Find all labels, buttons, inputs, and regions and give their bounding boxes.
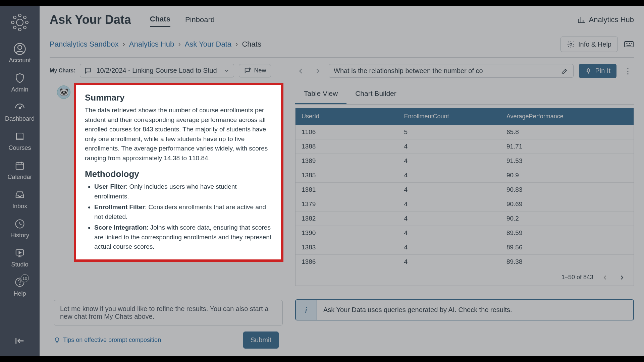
keyboard-icon[interactable] [624,40,634,48]
help-badge: 10 [21,274,29,282]
more-menu-button[interactable]: ⋮ [622,66,634,76]
table-row[interactable]: 1389491.53 [296,154,634,168]
table-row[interactable]: 1379490.69 [296,197,634,211]
table-row[interactable]: 1385490.9 [296,168,634,182]
user-circle-icon [14,43,26,55]
tab-chats[interactable]: Chats [150,12,170,27]
table-cell: 4 [398,226,500,240]
chat-bubble-icon [84,67,92,74]
nav-courses[interactable]: Courses [0,126,40,156]
results-panel: Pin It ⋮ Table View Chart Builder UserId… [289,58,634,356]
table-cell: 4 [398,139,500,154]
pager-prev-button[interactable] [600,275,610,281]
table-row[interactable]: 1381490.83 [296,182,634,197]
tab-table-view[interactable]: Table View [295,84,346,104]
nav-account[interactable]: Account [0,39,40,68]
table-cell: 89.59 [500,226,634,240]
nav-label: History [10,232,29,239]
nav-label: Calendar [7,174,32,181]
next-question-button[interactable] [312,65,323,77]
breadcrumb-item[interactable]: Pandalytics Sandbox [50,40,118,49]
selected-chat-title: 10/2/2024 - Linking Course Load to Stud [96,67,219,74]
table-cell: 4 [398,154,500,168]
column-header[interactable]: EnrollmentCount [398,108,500,125]
table-cell: 1386 [296,255,398,269]
pin-it-button[interactable]: Pin It [579,64,616,78]
svg-point-0 [16,19,23,26]
nav-studio[interactable]: Studio [0,243,40,272]
methodology-item: User Filter: Only includes users who hav… [94,182,272,201]
column-header[interactable]: UserId [296,108,398,125]
nav-label: Dashboard [5,115,35,122]
new-chat-label: New [254,67,266,74]
table-row[interactable]: 1388491.71 [296,139,634,154]
methodology-item: Score Integration: Joins with score data… [94,223,272,252]
nav-label: Admin [11,86,28,93]
nav-admin[interactable]: Admin [0,68,40,97]
analytics-hub-link[interactable]: Analytics Hub [577,15,634,24]
table-cell: 89.38 [500,255,634,269]
table-cell: 90.69 [500,197,634,211]
pin-it-label: Pin It [595,67,610,75]
nav-label: Account [9,57,31,64]
table-row[interactable]: 1383489.56 [296,240,634,254]
table-cell: 90.9 [500,168,634,182]
table-row[interactable]: 1106565.8 [296,125,634,139]
table-cell: 1390 [296,226,398,240]
methodology-item: Enrollment Filter: Considers enrollments… [94,202,272,222]
followup-textarea[interactable]: Let me know if you would like to refine … [54,300,283,325]
nav-label: Inbox [12,203,27,210]
svg-point-11 [19,108,20,109]
table-row[interactable]: 1386489.38 [296,254,634,269]
collapse-nav-button[interactable] [14,335,25,347]
calendar-icon [15,160,25,172]
pager-next-button[interactable] [617,275,627,281]
nav-history[interactable]: History [0,214,40,243]
summary-heading: Summary [85,93,272,103]
tab-chart-builder[interactable]: Chart Builder [346,84,405,104]
lightbulb-icon [54,337,60,344]
clock-icon [15,218,25,230]
chat-panel: My Chats: 10/2/2024 - Linking Course Loa… [50,58,289,356]
table-row[interactable]: 1390489.59 [296,226,634,240]
table-cell: 1388 [296,139,398,154]
table-cell: 91.53 [500,154,634,168]
column-header[interactable]: AveragePerformance [500,108,634,125]
breadcrumb-item[interactable]: Analytics Hub [129,40,174,49]
question-input[interactable] [334,67,558,75]
table-cell: 90.83 [500,183,634,197]
app-title: Ask Your Data [50,13,131,27]
summary-text: The data retrieved shows the number of c… [85,106,272,163]
global-nav-sidebar: Account Admin Dashboard Courses Calendar… [0,6,40,356]
info-help-button[interactable]: Info & Help [560,37,618,52]
svg-point-16 [19,284,20,285]
table-cell: 1385 [296,168,398,182]
table-cell: 4 [398,183,500,197]
nav-calendar[interactable]: Calendar [0,156,40,185]
info-help-label: Info & Help [578,41,611,48]
table-row[interactable]: 1382490.2 [296,211,634,226]
nav-label: Courses [8,144,31,152]
monitor-play-icon [15,247,25,259]
summary-card: Summary The data retrieved shows the num… [74,83,283,261]
bot-avatar: 🐼 [57,85,70,99]
new-chat-icon [244,67,251,74]
breadcrumb-item[interactable]: Ask Your Data [185,40,231,49]
table-cell: 1106 [296,125,398,139]
tab-pinboard[interactable]: Pinboard [185,13,215,27]
chat-selector-dropdown[interactable]: 10/2/2024 - Linking Course Load to Stud [80,64,234,77]
nav-help[interactable]: 10 Help [0,272,40,301]
chevron-down-icon [224,68,230,74]
nav-dashboard[interactable]: Dashboard [0,97,40,126]
new-chat-button[interactable]: New [239,64,271,77]
svg-point-6 [23,16,26,19]
svg-point-7 [13,26,16,29]
book-icon [15,130,25,142]
nav-inbox[interactable]: Inbox [0,185,40,214]
tips-link[interactable]: Tips on effective prompt composition [54,337,161,344]
table-cell: 65.8 [500,125,634,139]
gauge-icon [14,101,25,113]
pencil-ruler-icon[interactable] [561,67,569,75]
submit-button[interactable]: Submit [243,331,279,349]
prev-question-button[interactable] [295,65,307,77]
